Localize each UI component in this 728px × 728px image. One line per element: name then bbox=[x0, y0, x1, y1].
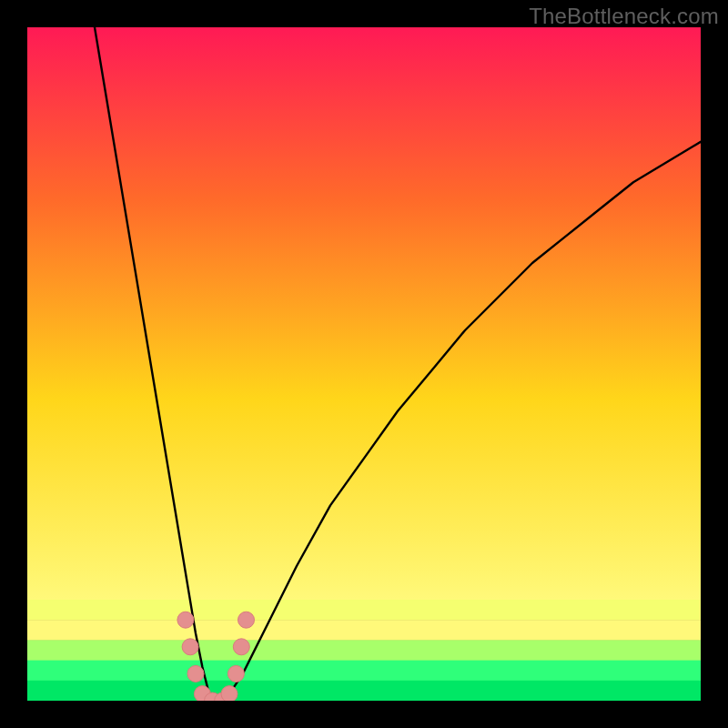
data-marker bbox=[228, 665, 244, 682]
data-marker bbox=[233, 639, 249, 655]
data-marker bbox=[238, 612, 255, 628]
chart-svg bbox=[27, 27, 701, 701]
plot-area bbox=[27, 27, 701, 701]
gradient-band bbox=[27, 640, 701, 661]
watermark-text: TheBottleneck.com bbox=[529, 4, 719, 29]
data-marker bbox=[177, 612, 194, 628]
gradient-band bbox=[27, 661, 701, 682]
chart-frame: TheBottleneck.com bbox=[0, 0, 728, 728]
data-marker bbox=[187, 665, 204, 682]
data-marker bbox=[221, 686, 238, 701]
gradient-band bbox=[27, 620, 701, 641]
gradient-band bbox=[27, 600, 701, 621]
gradient-band bbox=[27, 681, 701, 701]
gradient-band bbox=[27, 27, 701, 600]
data-marker bbox=[182, 639, 198, 655]
